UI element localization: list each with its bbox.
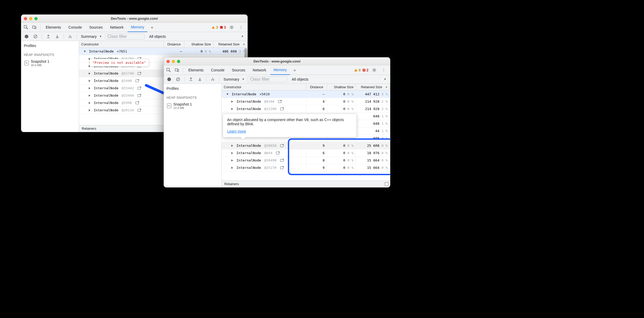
tab-elements[interactable]: Elements (185, 65, 207, 75)
open-in-panel-icon[interactable] (280, 144, 283, 147)
tooltip-text: An object allocated by a component other… (227, 118, 352, 126)
disclosure-down-icon[interactable] (84, 51, 86, 52)
kebab-menu-icon[interactable]: ⋮ (237, 24, 245, 31)
import-icon[interactable] (196, 76, 204, 83)
snapshot-name: Snapshot 1 (173, 102, 192, 106)
table-row[interactable]: InternalNode ×7851 – 00 % 486 6083 % (79, 48, 247, 55)
col-distance[interactable]: Distance (307, 84, 327, 90)
table-row[interactable]: InternalNode ×5010 – 00 % 447 4123 % (222, 91, 390, 98)
col-retained[interactable]: Retained Size (356, 84, 390, 90)
open-in-panel-icon[interactable] (280, 159, 283, 162)
class-filter-input[interactable]: Class filter (248, 76, 287, 82)
tab-network[interactable]: Network (250, 65, 269, 75)
devtools-window-2: DevTools - www.google.com/ Elements Cons… (164, 57, 390, 187)
device-toolbar-icon[interactable] (173, 66, 181, 74)
annotation-highlight (288, 138, 390, 175)
inspect-icon[interactable] (165, 66, 172, 74)
toolbar-separator (184, 77, 185, 82)
tabs-bar: Elements Console Sources Network Memory … (21, 23, 247, 32)
device-toolbar-icon[interactable] (31, 24, 38, 31)
record-icon[interactable] (23, 33, 30, 40)
chevron-down-icon: ▼ (241, 35, 244, 38)
open-in-panel-icon[interactable] (276, 152, 279, 154)
clear-icon[interactable] (174, 76, 182, 83)
open-in-panel-icon[interactable] (280, 166, 283, 169)
disclosure-right-icon[interactable] (89, 87, 90, 89)
col-distance[interactable]: Distance (164, 41, 184, 48)
table-header: Constructor Distance Shallow Size Retain… (79, 41, 247, 48)
inspect-icon[interactable] (22, 24, 30, 31)
settings-icon[interactable] (228, 24, 235, 31)
tab-console[interactable]: Console (208, 65, 227, 75)
open-in-panel-icon[interactable] (138, 109, 141, 112)
col-constructor[interactable]: Constructor (79, 41, 164, 48)
table-row[interactable]: InternalNode@9166400 %214 9282 % (222, 98, 390, 105)
errors-badge[interactable]: ✕2 (363, 68, 368, 72)
tab-sources[interactable]: Sources (229, 65, 248, 75)
gc-icon[interactable] (209, 76, 216, 83)
retainers-panel[interactable]: Retainers (222, 180, 390, 187)
kebab-menu-icon[interactable]: ⋮ (380, 66, 387, 74)
open-in-panel-icon[interactable] (136, 80, 139, 82)
export-icon[interactable] (187, 76, 195, 83)
tab-network[interactable]: Network (107, 23, 127, 32)
disclosure-right-icon[interactable] (231, 145, 233, 147)
view-dropdown[interactable]: Summary ▼ (222, 77, 246, 81)
more-tabs-icon[interactable]: » (148, 24, 156, 31)
tab-memory[interactable]: Memory (270, 65, 290, 75)
table-row[interactable]: InternalNode@22200600 %214 9282 % (222, 105, 390, 113)
tab-elements[interactable]: Elements (43, 23, 64, 32)
disclosure-right-icon[interactable] (89, 109, 90, 111)
tab-console[interactable]: Console (65, 23, 85, 32)
record-icon[interactable] (165, 76, 173, 83)
export-icon[interactable] (45, 33, 52, 40)
disclosure-right-icon[interactable] (231, 167, 233, 169)
more-tabs-icon[interactable]: » (291, 66, 298, 74)
toolbar-separator (76, 34, 77, 39)
disclosure-right-icon[interactable] (89, 102, 90, 104)
open-in-panel-icon[interactable] (138, 87, 141, 90)
col-constructor[interactable]: Constructor (222, 84, 307, 90)
warnings-badge[interactable]: 6 (354, 68, 361, 72)
maximize-icon[interactable] (385, 182, 388, 186)
disclosure-right-icon[interactable] (231, 101, 233, 103)
gc-icon[interactable] (66, 33, 74, 40)
warnings-badge[interactable]: 3 (212, 25, 218, 29)
open-in-panel-icon[interactable] (280, 108, 283, 110)
class-filter-input[interactable]: Class filter (105, 34, 144, 39)
snapshot-icon (167, 103, 171, 108)
disclosure-right-icon[interactable] (231, 108, 233, 110)
col-shallow[interactable]: Shallow Size (327, 84, 356, 90)
clear-icon[interactable] (32, 33, 39, 40)
disclosure-right-icon[interactable] (231, 152, 233, 154)
settings-icon[interactable] (371, 66, 378, 74)
toolbar-separator (219, 77, 219, 82)
view-dropdown[interactable]: Summary ▼ (79, 34, 103, 39)
objects-filter-dropdown[interactable]: All objects (290, 77, 310, 81)
sidebar-section: HEAP SNAPSHOTS (21, 50, 79, 58)
col-retained[interactable]: Retained Size (213, 41, 247, 48)
tab-memory[interactable]: Memory (128, 23, 147, 32)
svg-rect-8 (178, 69, 179, 71)
objects-filter-dropdown[interactable]: All objects (148, 34, 168, 39)
open-in-panel-icon[interactable] (136, 102, 139, 104)
open-in-panel-icon[interactable] (138, 72, 141, 75)
svg-rect-1 (33, 26, 35, 28)
import-icon[interactable] (54, 33, 61, 40)
disclosure-down-icon[interactable] (226, 93, 228, 95)
snapshot-item[interactable]: Snapshot 1 16.0 MB (21, 58, 79, 68)
tab-sources[interactable]: Sources (86, 23, 106, 32)
open-in-panel-icon[interactable] (138, 94, 141, 97)
disclosure-right-icon[interactable] (89, 80, 90, 82)
svg-line-5 (34, 35, 37, 38)
learn-more-link[interactable]: Learn more (227, 129, 246, 133)
memory-toolbar: Summary ▼ Class filter All objects ▼ (21, 32, 247, 41)
disclosure-right-icon[interactable] (89, 72, 90, 75)
warning-icon (212, 26, 215, 29)
disclosure-right-icon[interactable] (231, 159, 233, 161)
open-in-panel-icon[interactable] (278, 100, 281, 103)
snapshot-item[interactable]: Snapshot 1 13.3 MB (164, 101, 221, 111)
errors-badge[interactable]: 3 (220, 25, 226, 29)
disclosure-right-icon[interactable] (89, 95, 90, 97)
col-shallow[interactable]: Shallow Size (184, 41, 213, 48)
